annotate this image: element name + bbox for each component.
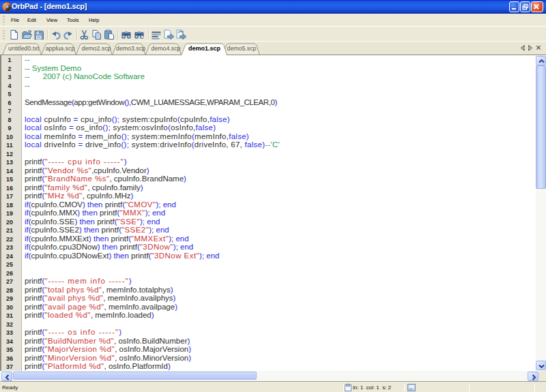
svg-text:demo4.scp: demo4.scp — [151, 45, 180, 52]
svg-text:demo2.scp: demo2.scp — [81, 45, 111, 52]
svg-text:demo5.scp: demo5.scp — [227, 45, 256, 52]
svg-text:untitled0.txt: untitled0.txt — [8, 45, 40, 52]
svg-text:demo1.scp: demo1.scp — [188, 45, 221, 52]
svg-text:applua.scp: applua.scp — [46, 45, 75, 52]
svg-text:demo3.scp: demo3.scp — [116, 45, 145, 52]
